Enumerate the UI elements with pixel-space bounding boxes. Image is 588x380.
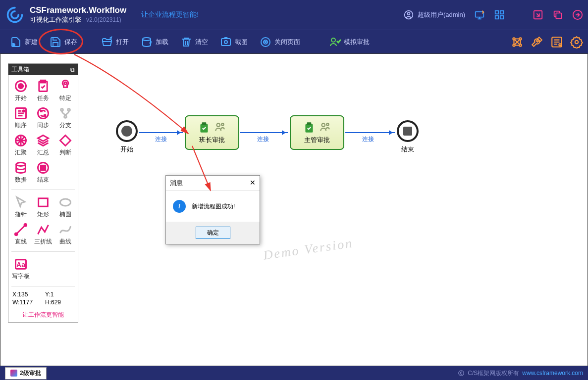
display-settings-icon[interactable] xyxy=(474,9,485,20)
app-title: CSFramework.Workflow xyxy=(30,5,126,15)
svg-rect-4 xyxy=(500,11,503,14)
logout-icon[interactable] xyxy=(572,9,583,20)
svg-point-23 xyxy=(575,40,579,44)
svg-point-20 xyxy=(519,44,521,46)
gear-wide-icon[interactable] xyxy=(570,36,583,48)
svg-rect-8 xyxy=(556,13,561,18)
svg-rect-5 xyxy=(495,16,498,19)
node-start[interactable]: 开始 xyxy=(116,120,138,154)
connector-2-label: 连接 xyxy=(257,135,269,143)
copyright-text: C/S框架网版权所有 xyxy=(468,369,519,378)
open-button[interactable]: 打开 xyxy=(96,33,134,51)
app-header: CSFramework.Workflow 可视化工作流引擎 v2.0(20231… xyxy=(0,0,588,30)
tool-curve[interactable]: 曲线 xyxy=(55,222,76,247)
svg-point-48 xyxy=(60,199,71,206)
screenshot-button[interactable]: 截图 xyxy=(215,33,253,51)
svg-point-19 xyxy=(513,44,515,46)
app-logo-icon xyxy=(5,5,25,25)
tool-summary[interactable]: 汇总 xyxy=(33,133,53,158)
tool-data[interactable]: 数据 xyxy=(10,160,31,185)
toolbox-panel: 工具箱 ⧉ 开始 任务 特定 顺序 同步 分支 汇聚 汇总 判断 数据 结束 指… xyxy=(8,63,78,323)
svg-rect-2 xyxy=(476,12,484,17)
tool-task[interactable]: 任务 xyxy=(33,78,53,103)
tool-textboard[interactable]: Aa写字板 xyxy=(10,256,31,282)
new-button[interactable]: 新建 xyxy=(5,33,43,51)
svg-rect-25 xyxy=(202,122,207,125)
tool-rect[interactable]: 矩形 xyxy=(33,194,53,220)
app-version: v2.0(202311) xyxy=(86,16,121,23)
tool-merge[interactable]: 汇聚 xyxy=(10,133,31,158)
toolbox-title: 工具箱 xyxy=(11,65,29,74)
connector-3-label: 连接 xyxy=(362,135,374,143)
clear-button[interactable]: 清空 xyxy=(175,33,213,51)
dialog-message: 新增流程图成功! xyxy=(192,202,235,211)
app-subtitle: 可视化工作流引擎 xyxy=(30,15,81,24)
dialog-title: 消息 xyxy=(170,179,183,188)
svg-point-30 xyxy=(322,123,325,127)
node-task-1[interactable]: 班长审批 xyxy=(185,115,239,150)
svg-point-53 xyxy=(459,371,464,376)
svg-point-13 xyxy=(224,41,227,44)
svg-point-39 xyxy=(38,108,48,119)
close-page-button[interactable]: 关闭页面 xyxy=(255,33,305,51)
tool-polyline[interactable]: 三折线 xyxy=(33,222,53,247)
website-link[interactable]: www.csframework.com xyxy=(522,370,583,377)
connector-3[interactable] xyxy=(345,132,395,133)
dialog-ok-button[interactable]: 确定 xyxy=(196,227,230,239)
tool-special[interactable]: 特定 xyxy=(55,78,76,103)
connector-2[interactable] xyxy=(240,132,288,133)
svg-point-41 xyxy=(68,109,70,111)
svg-point-17 xyxy=(513,38,515,40)
status-bar: 2级审批 C/S框架网版权所有 www.csframework.com xyxy=(0,366,588,380)
main-toolbar: 新建 保存 打开 加载 清空 截图 关闭页面 模拟审批 xyxy=(0,30,588,53)
svg-point-38 xyxy=(23,110,25,112)
svg-point-16 xyxy=(331,38,335,42)
svg-point-50 xyxy=(24,224,27,226)
svg-point-36 xyxy=(64,82,67,85)
tool-line[interactable]: 直线 xyxy=(10,222,31,247)
tool-end[interactable]: 结束 xyxy=(33,160,53,185)
svg-rect-47 xyxy=(39,198,48,206)
tools-icon[interactable] xyxy=(531,36,543,48)
tool-decision[interactable]: 判断 xyxy=(55,133,76,158)
user-info[interactable]: 超级用户(admin) xyxy=(404,10,465,20)
document-tab[interactable]: 2级审批 xyxy=(5,367,47,380)
svg-rect-46 xyxy=(41,165,45,170)
load-button[interactable]: 加载 xyxy=(136,33,173,51)
tool-sequence[interactable]: 顺序 xyxy=(10,105,31,131)
connector-1[interactable] xyxy=(139,132,183,133)
graph-settings-icon[interactable] xyxy=(511,36,524,48)
tool-start[interactable]: 开始 xyxy=(10,78,31,103)
app-slogan: 让企业流程更智能! xyxy=(141,10,199,19)
toolbox-coords: X:135Y:1 W:1177H:629 xyxy=(8,288,78,309)
simulate-button[interactable]: 模拟审批 xyxy=(324,33,374,51)
svg-point-18 xyxy=(519,38,521,40)
tool-sync[interactable]: 同步 xyxy=(33,105,53,131)
toolbox-collapse-icon[interactable]: ⧉ xyxy=(70,66,75,73)
list-settings-icon[interactable] xyxy=(550,36,563,48)
tool-pointer[interactable]: 指针 xyxy=(10,194,31,220)
node-task-2[interactable]: 主管审批 xyxy=(290,115,344,150)
workflow-canvas[interactable]: 开始 班长审批 主管审批 结束 连接 连接 连接 Demo Version xyxy=(0,53,588,366)
toolbox-footer: 让工作流更智能 xyxy=(8,309,78,322)
svg-point-31 xyxy=(326,123,328,125)
copyright-icon xyxy=(458,370,465,377)
svg-rect-29 xyxy=(307,122,312,125)
apps-icon[interactable] xyxy=(494,9,505,20)
copy-icon[interactable] xyxy=(552,9,563,20)
svg-point-26 xyxy=(217,123,220,127)
svg-point-33 xyxy=(18,84,23,88)
svg-point-40 xyxy=(61,109,63,111)
tool-ellipse[interactable]: 椭圆 xyxy=(55,194,76,220)
svg-point-22 xyxy=(559,44,561,46)
import-icon[interactable] xyxy=(533,9,543,20)
save-button[interactable]: 保存 xyxy=(45,33,82,51)
connector-1-label: 连接 xyxy=(155,135,167,143)
node-end[interactable]: 结束 xyxy=(397,120,419,154)
tool-branch[interactable]: 分支 xyxy=(55,105,76,131)
watermark-text: Demo Version xyxy=(263,236,354,263)
svg-point-42 xyxy=(64,116,67,118)
svg-point-11 xyxy=(143,38,151,41)
svg-rect-12 xyxy=(221,39,230,46)
dialog-close-icon[interactable]: ✕ xyxy=(250,179,256,188)
